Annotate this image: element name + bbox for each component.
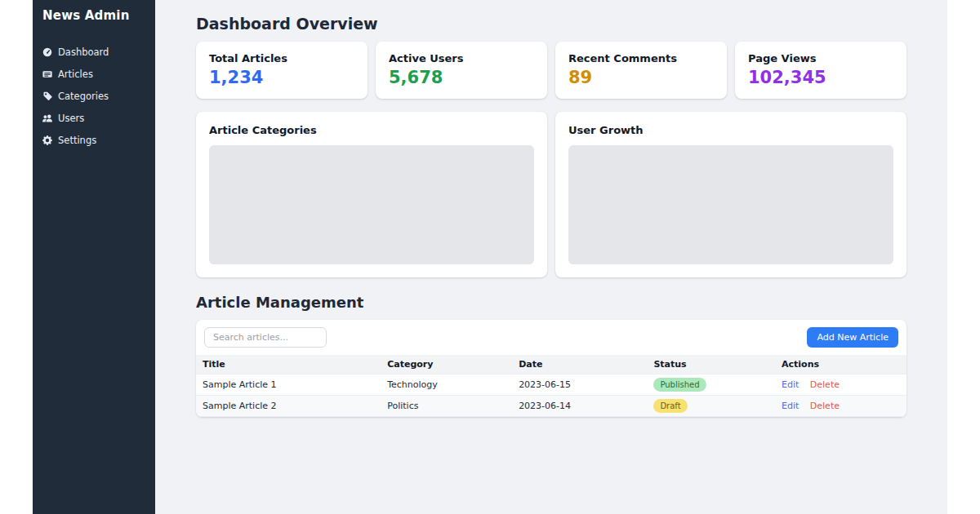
- cell-category: Technology: [381, 374, 512, 396]
- sidebar: News Admin Dashboard Articles: [33, 0, 155, 514]
- cell-status: Published: [647, 374, 775, 396]
- stat-value: 1,234: [209, 68, 354, 88]
- table-row: Sample Article 1 Technology 2023-06-15 P…: [196, 374, 906, 396]
- cell-date: 2023-06-14: [512, 396, 647, 417]
- add-new-article-button[interactable]: Add New Article: [807, 327, 898, 348]
- stat-label: Page Views: [748, 52, 893, 64]
- chart-card-user-growth: User Growth: [555, 112, 906, 277]
- cell-status: Draft: [647, 396, 775, 417]
- sidebar-item-label: Articles: [58, 69, 93, 80]
- page-title: Dashboard Overview: [196, 15, 906, 33]
- column-header-title: Title: [196, 355, 381, 374]
- sidebar-item-articles[interactable]: Articles: [42, 69, 145, 80]
- column-header-date: Date: [512, 355, 647, 374]
- article-management-panel: Add New Article Title Category Date Stat…: [196, 320, 906, 417]
- chart-card-article-categories: Article Categories: [196, 112, 547, 277]
- column-header-actions: Actions: [775, 355, 906, 374]
- sidebar-item-categories[interactable]: Categories: [42, 91, 145, 102]
- cell-title: Sample Article 1: [196, 374, 381, 396]
- main-content: Dashboard Overview Total Articles 1,234 …: [155, 0, 947, 514]
- cell-actions: Edit Delete: [775, 396, 906, 417]
- sidebar-item-users[interactable]: Users: [42, 113, 145, 124]
- stat-value: 5,678: [389, 68, 534, 88]
- stat-label: Active Users: [389, 52, 534, 64]
- chart-placeholder: [209, 145, 534, 264]
- column-header-status: Status: [647, 355, 775, 374]
- gear-icon: [42, 135, 52, 145]
- users-icon: [42, 113, 52, 123]
- sidebar-nav: Dashboard Articles Categories: [42, 47, 145, 146]
- stat-card-recent-comments: Recent Comments 89: [555, 42, 727, 99]
- sidebar-item-label: Settings: [58, 135, 96, 146]
- chart-title: User Growth: [568, 124, 893, 136]
- delete-link[interactable]: Delete: [810, 379, 840, 390]
- tachometer-icon: [42, 47, 52, 57]
- cell-actions: Edit Delete: [775, 374, 906, 396]
- sidebar-item-label: Dashboard: [58, 47, 109, 58]
- newspaper-icon: [42, 69, 52, 79]
- edit-link[interactable]: Edit: [782, 379, 799, 390]
- sidebar-item-dashboard[interactable]: Dashboard: [42, 47, 145, 58]
- app-window: News Admin Dashboard Articles: [33, 0, 947, 514]
- stat-card-active-users: Active Users 5,678: [376, 42, 547, 99]
- stat-label: Recent Comments: [568, 52, 714, 64]
- cell-title: Sample Article 2: [196, 396, 381, 417]
- sidebar-item-settings[interactable]: Settings: [42, 135, 145, 146]
- status-badge: Published: [653, 378, 706, 392]
- stat-label: Total Articles: [209, 52, 354, 64]
- stat-value: 102,345: [748, 68, 893, 88]
- table-row: Sample Article 2 Politics 2023-06-14 Dra…: [196, 396, 906, 417]
- stat-card-page-views: Page Views 102,345: [735, 42, 906, 99]
- column-header-category: Category: [381, 355, 512, 374]
- sidebar-item-label: Categories: [58, 91, 109, 102]
- status-badge: Draft: [653, 399, 687, 413]
- table-header-row: Title Category Date Status Actions: [196, 355, 906, 374]
- delete-link[interactable]: Delete: [810, 401, 840, 411]
- cell-date: 2023-06-15: [512, 374, 647, 396]
- search-input[interactable]: [204, 327, 327, 348]
- cell-category: Politics: [381, 396, 512, 417]
- articles-table: Title Category Date Status Actions Sampl…: [196, 355, 906, 417]
- chart-placeholder: [568, 145, 893, 264]
- stats-row: Total Articles 1,234 Active Users 5,678 …: [196, 42, 906, 99]
- stat-value: 89: [568, 68, 714, 88]
- tags-icon: [42, 91, 52, 101]
- app-title: News Admin: [42, 8, 145, 23]
- sidebar-item-label: Users: [58, 113, 84, 124]
- edit-link[interactable]: Edit: [782, 401, 799, 411]
- charts-row: Article Categories User Growth: [196, 112, 906, 277]
- section-title-article-management: Article Management: [196, 294, 906, 311]
- stat-card-total-articles: Total Articles 1,234: [196, 42, 368, 99]
- article-toolbar: Add New Article: [196, 327, 906, 355]
- chart-title: Article Categories: [209, 124, 534, 136]
